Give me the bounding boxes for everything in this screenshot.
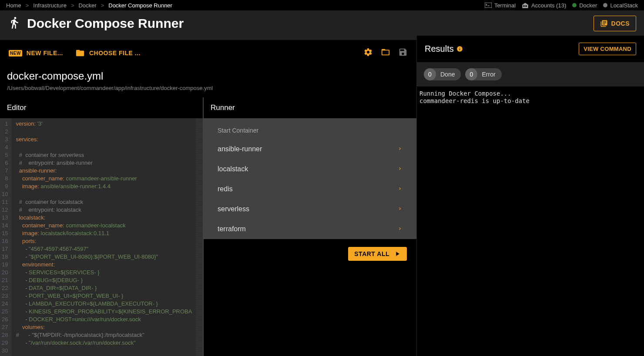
crumb-sep: > — [101, 2, 104, 9]
runner-item-ansible-runner[interactable]: ansible-runner — [204, 139, 416, 159]
choose-file-button[interactable]: CHOOSE FILE ... — [75, 48, 141, 58]
runner-item-label: terraform — [218, 225, 246, 233]
chevron-right-icon — [397, 205, 402, 213]
done-label: Done — [436, 71, 461, 78]
runner-title: Runner — [204, 97, 416, 118]
results-title: Results — [425, 44, 463, 54]
done-chip[interactable]: 0 Done — [424, 68, 461, 80]
docs-icon — [600, 20, 608, 27]
file-name: docker-compose.yml — [7, 70, 409, 82]
folder-open-icon — [381, 47, 390, 57]
docs-label: DOCS — [611, 20, 630, 27]
new-file-label: NEW FILE... — [27, 50, 63, 57]
save-button[interactable] — [398, 47, 408, 59]
save-icon — [398, 47, 408, 57]
crumb-sep: > — [71, 2, 74, 9]
runner-list: Start Container ansible-runnerlocalstack… — [204, 118, 416, 239]
line-gutter: 1234567891011121314151617181920212223242… — [0, 118, 11, 356]
accounts-link[interactable]: Accounts (13) — [522, 2, 566, 9]
editor-column: Editor 123456789101112131415161718192021… — [0, 97, 203, 356]
chevron-right-icon — [397, 225, 402, 233]
code-editor[interactable]: 1234567891011121314151617181920212223242… — [0, 118, 203, 356]
status-dot-gray — [603, 3, 607, 7]
file-header: docker-compose.yml /Users/bobwall/Develo… — [0, 66, 416, 97]
crumb-current: Docker Compose Runner — [108, 2, 172, 9]
done-count: 0 — [424, 68, 436, 80]
info-icon[interactable] — [456, 46, 463, 52]
runner-item-terraform[interactable]: terraform — [204, 219, 416, 239]
new-badge: NEW — [9, 50, 22, 57]
runner-column: Runner Start Container ansible-runnerloc… — [203, 97, 416, 356]
choose-file-label: CHOOSE FILE ... — [89, 50, 141, 57]
gear-icon — [363, 47, 373, 57]
svg-rect-3 — [525, 5, 526, 7]
svg-rect-4 — [526, 5, 527, 7]
runner-item-label: serverless — [218, 205, 249, 213]
runner-item-serverless[interactable]: serverless — [204, 199, 416, 219]
accounts-label: Accounts (13) — [531, 2, 566, 9]
start-all-button[interactable]: START ALL — [348, 247, 407, 261]
crumb-docker[interactable]: Docker — [78, 2, 96, 9]
results-column: Results VIEW COMMAND 0 Done 0 Error Runn… — [416, 36, 644, 356]
play-icon — [394, 250, 401, 257]
crumb-home[interactable]: Home — [6, 2, 21, 9]
svg-rect-0 — [485, 3, 492, 8]
runner-item-redis[interactable]: redis — [204, 179, 416, 199]
error-label: Error — [477, 71, 501, 78]
new-file-button[interactable]: NEW NEW FILE... — [9, 50, 63, 57]
accounts-icon — [522, 2, 529, 8]
runner-item-label: redis — [218, 185, 233, 193]
terminal-icon — [485, 3, 492, 8]
crumb-infrastructure[interactable]: Infrastructure — [33, 2, 67, 9]
start-all-label: START ALL — [354, 250, 389, 257]
runner-icon — [8, 16, 21, 31]
runner-item-label: localstack — [218, 165, 248, 173]
error-chip[interactable]: 0 Error — [465, 68, 501, 80]
view-command-button[interactable]: VIEW COMMAND — [579, 43, 636, 55]
docker-label: Docker — [579, 2, 597, 9]
page-title: Docker Compose Runner — [27, 16, 184, 31]
breadcrumbs: Home > Infrastructure > Docker > Docker … — [6, 2, 172, 9]
chevron-right-icon — [397, 145, 402, 153]
file-path: /Users/bobwall/Development/commandeer/ap… — [7, 85, 409, 91]
runner-section-label: Start Container — [204, 118, 416, 139]
runner-item-localstack[interactable]: localstack — [204, 159, 416, 179]
localstack-label: LocalStack — [610, 2, 638, 9]
topbar: Home > Infrastructure > Docker > Docker … — [0, 0, 644, 10]
docker-status[interactable]: Docker — [572, 2, 597, 9]
top-right-controls: Terminal Accounts (13) Docker LocalStack — [485, 2, 638, 9]
terminal-label: Terminal — [494, 2, 516, 9]
chevron-right-icon — [397, 165, 402, 173]
terminal-link[interactable]: Terminal — [485, 2, 516, 9]
results-header: Results VIEW COMMAND — [417, 36, 644, 62]
crumb-sep: > — [26, 2, 29, 9]
folder-icon — [75, 48, 85, 58]
editor-title: Editor — [0, 97, 203, 118]
chevron-right-icon — [397, 185, 402, 193]
localstack-status[interactable]: LocalStack — [603, 2, 638, 9]
minimap[interactable] — [196, 118, 203, 356]
status-chips: 0 Done 0 Error — [417, 62, 644, 87]
results-log: Running Docker Compose... commandeer-red… — [417, 87, 644, 108]
code-area[interactable]: version: '3' services: # container for s… — [11, 118, 196, 356]
svg-rect-2 — [523, 5, 524, 7]
error-count: 0 — [465, 68, 477, 80]
open-folder-button[interactable] — [381, 47, 390, 59]
runner-item-label: ansible-runner — [218, 145, 262, 153]
status-dot-green — [572, 3, 577, 7]
settings-button[interactable] — [363, 47, 373, 59]
file-toolbar: NEW NEW FILE... CHOOSE FILE ... — [0, 40, 416, 66]
docs-button[interactable]: DOCS — [594, 16, 636, 31]
